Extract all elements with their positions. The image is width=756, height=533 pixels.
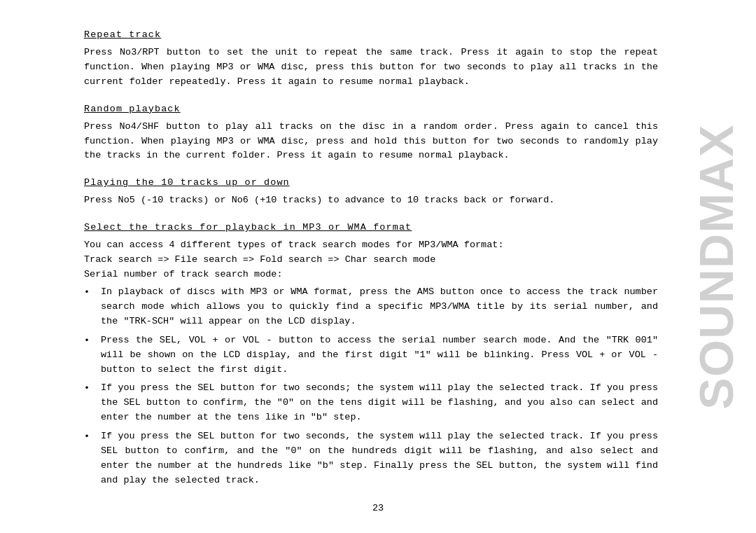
brand-watermark: SOUNDMAX — [689, 124, 743, 410]
section-title-random-playback: Random playback — [84, 102, 658, 117]
section-body-select-tracks-intro1: You can access 4 different types of trac… — [84, 238, 658, 253]
page-number: 23 — [372, 503, 384, 513]
bullet-dot: • — [84, 430, 98, 445]
section-title-select-tracks: Select the tracks for playback in MP3 or… — [84, 221, 658, 235]
bullet-text-4: If you press the SEL button for two seco… — [101, 429, 658, 488]
bullet-dot: • — [84, 334, 98, 349]
bullet-text-2: Press the SEL, VOL + or VOL - button to … — [101, 333, 658, 378]
list-item: • If you press the SEL button for two se… — [84, 429, 658, 488]
section-body-repeat-track: Press No3/RPT button to set the unit to … — [84, 46, 658, 90]
content-area: Repeat track Press No3/RPT button to set… — [84, 28, 658, 488]
section-body-select-tracks-intro2: Track search => File search => Fold sear… — [84, 253, 658, 268]
section-body-playing-10-tracks: Press No5 (-10 tracks) or No6 (+10 track… — [84, 193, 658, 208]
bullet-list: • In playback of discs with MP3 or WMA f… — [84, 285, 658, 488]
section-playing-10-tracks: Playing the 10 tracks up or down Press N… — [84, 176, 658, 208]
bullet-dot: • — [84, 286, 98, 300]
list-item: • Press the SEL, VOL + or VOL - button t… — [84, 333, 658, 378]
section-title-playing-10-tracks: Playing the 10 tracks up or down — [84, 176, 658, 191]
section-repeat-track: Repeat track Press No3/RPT button to set… — [84, 28, 658, 90]
list-item: • In playback of discs with MP3 or WMA f… — [84, 285, 658, 329]
bullet-dot: • — [84, 382, 98, 396]
section-body-random-playback: Press No4/SHF button to play all tracks … — [84, 120, 658, 164]
section-random-playback: Random playback Press No4/SHF button to … — [84, 102, 658, 164]
bullet-text-1: In playback of discs with MP3 or WMA for… — [101, 285, 658, 329]
list-item: • If you press the SEL button for two se… — [84, 381, 658, 425]
section-body-select-tracks-intro3: Serial number of track search mode: — [84, 268, 658, 282]
section-title-repeat-track: Repeat track — [84, 28, 658, 43]
section-select-tracks: Select the tracks for playback in MP3 or… — [84, 221, 658, 488]
page-container: Repeat track Press No3/RPT button to set… — [0, 0, 756, 533]
bullet-text-3: If you press the SEL button for two seco… — [101, 381, 658, 425]
